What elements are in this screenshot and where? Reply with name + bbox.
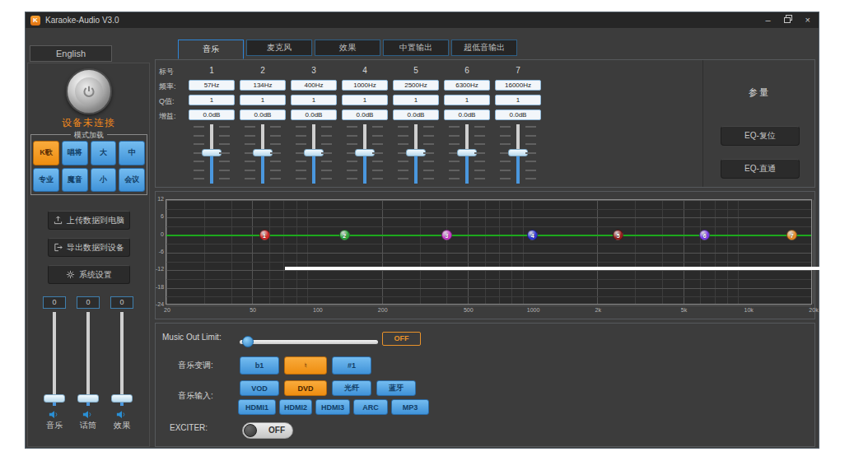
q-input-4[interactable]: 1 [342, 95, 388, 105]
input-button-mp3[interactable]: MP3 [391, 399, 429, 415]
channel-index: 4 [342, 66, 388, 75]
close-button[interactable]: × [805, 12, 810, 28]
slider-handle[interactable] [242, 336, 254, 347]
q-input-1[interactable]: 1 [189, 95, 235, 105]
fader-handle-3[interactable] [111, 394, 133, 403]
export-to-device-button[interactable]: 导出数据到设备 [48, 238, 130, 257]
music-out-limit-slider[interactable] [240, 336, 378, 347]
mode-button-5[interactable]: 专业 [33, 168, 59, 193]
speaker-icon-1[interactable] [49, 407, 60, 417]
language-button[interactable]: English [30, 45, 112, 62]
tab-4[interactable]: 中置输出 [383, 40, 449, 56]
q-input-3[interactable]: 1 [291, 95, 337, 105]
system-settings-button[interactable]: 系统设置 [48, 265, 130, 284]
eq-point-7[interactable]: 7 [786, 230, 797, 240]
q-input-7[interactable]: 1 [495, 95, 541, 105]
slider-handle[interactable] [406, 149, 426, 156]
x-axis-label: 100 [310, 307, 326, 313]
q-input-2[interactable]: 1 [240, 95, 286, 105]
freq-input-6[interactable]: 6300Hz [444, 80, 490, 91]
gain-input-5[interactable]: 0.0dB [393, 109, 439, 120]
eq-point-2[interactable]: 2 [339, 230, 350, 240]
fader-handle-2[interactable] [77, 394, 99, 403]
gain-input-1[interactable]: 0.0dB [189, 109, 235, 120]
speaker-icon-2[interactable] [82, 407, 94, 417]
input-button-hdmi3[interactable]: HDMI3 [315, 399, 350, 415]
gain-input-2[interactable]: 0.0dB [240, 109, 286, 120]
fader-value-3[interactable]: 0 [110, 296, 133, 309]
freq-input-4[interactable]: 1000Hz [342, 80, 388, 91]
slider-handle[interactable] [457, 149, 477, 156]
mode-button-2[interactable]: 唱将 [62, 141, 88, 165]
pitch-button-1[interactable]: #1 [332, 356, 371, 375]
mode-button-1[interactable]: K歌 [33, 141, 59, 165]
y-axis-label: 0 [156, 231, 164, 237]
eq-point-3[interactable]: 3 [441, 230, 452, 240]
slider-handle[interactable] [304, 149, 324, 156]
slider-handle[interactable] [355, 149, 375, 156]
gain-input-3[interactable]: 0.0dB [291, 109, 337, 120]
mode-button-4[interactable]: 中 [119, 141, 145, 165]
music-out-limit-label: Music Out Limit: [162, 333, 222, 342]
freq-input-7[interactable]: 16000Hz [495, 80, 541, 91]
eq-gain-slider-7[interactable] [500, 124, 536, 184]
q-input-5[interactable]: 1 [393, 95, 439, 105]
slider-handle[interactable] [508, 149, 528, 156]
fader-value-2[interactable]: 0 [77, 296, 100, 309]
fader-value-1[interactable]: 0 [43, 296, 66, 309]
y-axis-label: -6 [156, 249, 164, 254]
q-input-6[interactable]: 1 [444, 95, 490, 105]
fader-handle-1[interactable] [44, 394, 65, 403]
pitch-button-[interactable]: ♮ [284, 356, 327, 375]
input-button-dvd[interactable]: DVD [284, 380, 327, 396]
minimize-button[interactable]: – [765, 12, 770, 28]
input-button-[interactable]: 蓝牙 [376, 380, 416, 396]
mode-button-8[interactable]: 会议 [119, 168, 145, 193]
freq-input-1[interactable]: 57Hz [189, 80, 235, 91]
tab-1[interactable]: 音乐 [178, 40, 244, 59]
input-button-vod[interactable]: VOD [240, 380, 279, 396]
slider-handle[interactable] [202, 149, 222, 156]
eq-point-1[interactable]: 1 [259, 230, 270, 240]
speaker-icon-3[interactable] [116, 407, 128, 417]
tab-2[interactable]: 麦克风 [246, 40, 312, 56]
pitch-button-b1[interactable]: b1 [240, 356, 279, 375]
eq-gain-slider-2[interactable] [245, 124, 281, 184]
slider-handle[interactable] [253, 149, 273, 156]
eq-graph-panel: 1234567 1260-6-12-18-2420501002005001000… [155, 191, 815, 319]
gain-input-4[interactable]: 0.0dB [342, 109, 388, 120]
freq-input-5[interactable]: 2500Hz [393, 80, 439, 91]
freq-input-2[interactable]: 134Hz [240, 80, 286, 91]
exciter-toggle[interactable]: OFF [242, 422, 293, 439]
eq-gain-slider-6[interactable] [449, 124, 485, 184]
gain-input-7[interactable]: 0.0dB [495, 109, 541, 120]
input-button-arc[interactable]: ARC [353, 399, 388, 415]
maximize-icon[interactable] [784, 12, 792, 28]
tab-5[interactable]: 超低音输出 [451, 40, 517, 56]
eq-point-6[interactable]: 6 [699, 230, 710, 240]
x-axis-label: 2k [590, 307, 606, 313]
eq-point-4[interactable]: 4 [527, 230, 538, 240]
input-button-hdmi1[interactable]: HDMI1 [238, 399, 276, 415]
upload-to-pc-button[interactable]: 上传数据到电脑 [48, 211, 130, 230]
x-axis-label: 500 [460, 307, 477, 313]
mode-button-7[interactable]: 小 [91, 168, 117, 193]
eq-gain-slider-5[interactable] [398, 124, 434, 184]
mode-button-6[interactable]: 魔音 [62, 168, 88, 193]
mode-button-3[interactable]: 大 [91, 141, 117, 165]
eq-bypass-button[interactable]: EQ-直通 [721, 159, 800, 179]
gain-input-6[interactable]: 0.0dB [444, 109, 490, 120]
eq-gain-slider-3[interactable] [296, 124, 332, 184]
eq-gain-slider-1[interactable] [194, 124, 230, 184]
tab-3[interactable]: 效果 [315, 40, 380, 56]
device-power-knob[interactable] [66, 68, 112, 114]
y-axis-label: -24 [156, 301, 164, 307]
eq-point-5[interactable]: 5 [613, 230, 623, 240]
input-button-hdmi2[interactable]: HDMI2 [279, 399, 312, 415]
freq-input-3[interactable]: 400Hz [291, 80, 337, 91]
gridline [166, 270, 811, 271]
input-button-[interactable]: 光纤 [332, 380, 371, 396]
eq-reset-button[interactable]: EQ-复位 [721, 126, 800, 146]
eq-gain-slider-4[interactable] [347, 124, 383, 184]
music-out-limit-state-button[interactable]: OFF [382, 332, 421, 346]
